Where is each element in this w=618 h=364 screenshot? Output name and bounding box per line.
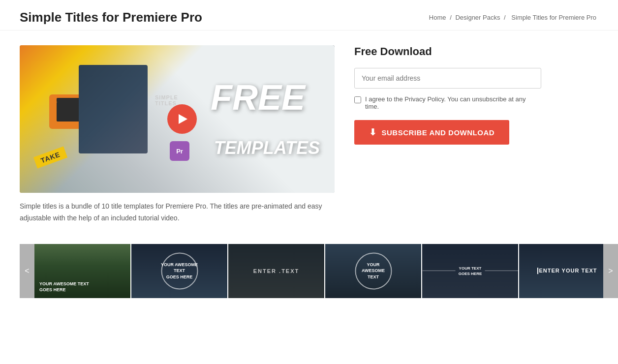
carousel-item[interactable]: YOUR TEXTGOES HERE bbox=[422, 244, 518, 298]
privacy-checkbox[interactable] bbox=[354, 96, 361, 103]
item6-text: ENTER YOUR TEXT bbox=[537, 268, 597, 274]
item3-text: ENTER .TEXT bbox=[253, 268, 300, 274]
play-button[interactable] bbox=[167, 104, 197, 134]
free-download-title: Free Download bbox=[354, 45, 541, 58]
item4-text: YOURAWESOMETEXT bbox=[362, 262, 385, 280]
right-panel: Free Download I agree to the Privacy Pol… bbox=[354, 45, 541, 224]
item5-text: YOUR TEXTGOES HERE bbox=[459, 265, 482, 276]
main-content: SIMPLE TITLES Pr FREE TEMPLATES TAKE Sim… bbox=[0, 30, 618, 239]
item2-text: YOUR AWESOME TEXTGOES HERE bbox=[155, 262, 204, 280]
film-icon-inner bbox=[57, 102, 81, 121]
page-title: Simple Titles for Premiere Pro bbox=[20, 10, 202, 25]
breadcrumb-designer-packs[interactable]: Designer Packs bbox=[455, 14, 500, 21]
page-header: Simple Titles for Premiere Pro Home / De… bbox=[0, 0, 618, 30]
box-graphic: SIMPLE TITLES Pr bbox=[79, 65, 148, 153]
breadcrumb-sep2: / bbox=[504, 14, 506, 21]
free-text: FREE bbox=[211, 80, 305, 115]
carousel-items: YOUR AWESOME TEXTGOES HERE YOUR AWESOME … bbox=[34, 244, 603, 298]
privacy-text: I agree to the Privacy Policy. You can u… bbox=[365, 95, 541, 110]
download-icon: ⬇ bbox=[369, 127, 377, 138]
subscribe-button[interactable]: ⬇ SUBSCRIBE AND DOWNLOAD bbox=[354, 120, 509, 145]
video-thumbnail[interactable]: SIMPLE TITLES Pr FREE TEMPLATES TAKE bbox=[20, 45, 335, 193]
carousel-wrapper: < YOUR AWESOME TEXTGOES HERE YOUR AWESOM… bbox=[20, 244, 618, 298]
item5-container: YOUR TEXTGOES HERE bbox=[422, 265, 518, 276]
cursor-bar bbox=[537, 268, 538, 274]
item5-left-line bbox=[422, 271, 456, 271]
item1-text: YOUR AWESOME TEXTGOES HERE bbox=[39, 281, 89, 293]
templates-text: TEMPLATES bbox=[214, 138, 320, 158]
breadcrumb-current: Simple Titles for Premiere Pro bbox=[511, 14, 596, 21]
carousel-next-button[interactable]: > bbox=[603, 244, 618, 298]
carousel-item[interactable]: YOURAWESOMETEXT bbox=[325, 244, 421, 298]
breadcrumb: Home / Designer Packs / Simple Titles fo… bbox=[429, 14, 598, 21]
carousel-item[interactable]: ENTER .TEXT bbox=[228, 244, 324, 298]
privacy-row: I agree to the Privacy Policy. You can u… bbox=[354, 95, 541, 110]
email-input[interactable] bbox=[354, 68, 541, 89]
carousel-prev-button[interactable]: < bbox=[20, 244, 34, 298]
subscribe-label: SUBSCRIBE AND DOWNLOAD bbox=[382, 128, 495, 137]
video-description: Simple titles is a bundle of 10 title te… bbox=[20, 201, 335, 224]
carousel-item[interactable]: YOUR AWESOME TEXTGOES HERE bbox=[131, 244, 227, 298]
carousel-section: < YOUR AWESOME TEXTGOES HERE YOUR AWESOM… bbox=[0, 239, 618, 308]
left-panel: SIMPLE TITLES Pr FREE TEMPLATES TAKE Sim… bbox=[20, 45, 335, 224]
item5-right-line bbox=[485, 271, 518, 271]
carousel-item[interactable]: YOUR AWESOME TEXTGOES HERE bbox=[34, 244, 130, 298]
carousel-item[interactable]: ENTER YOUR TEXT bbox=[519, 244, 603, 298]
simple-titles-text: SIMPLE TITLES bbox=[155, 94, 178, 106]
item5-line-row: YOUR TEXTGOES HERE bbox=[422, 265, 518, 276]
pr-badge: Pr bbox=[170, 141, 189, 161]
breadcrumb-sep1: / bbox=[450, 14, 452, 21]
breadcrumb-home[interactable]: Home bbox=[429, 14, 446, 21]
